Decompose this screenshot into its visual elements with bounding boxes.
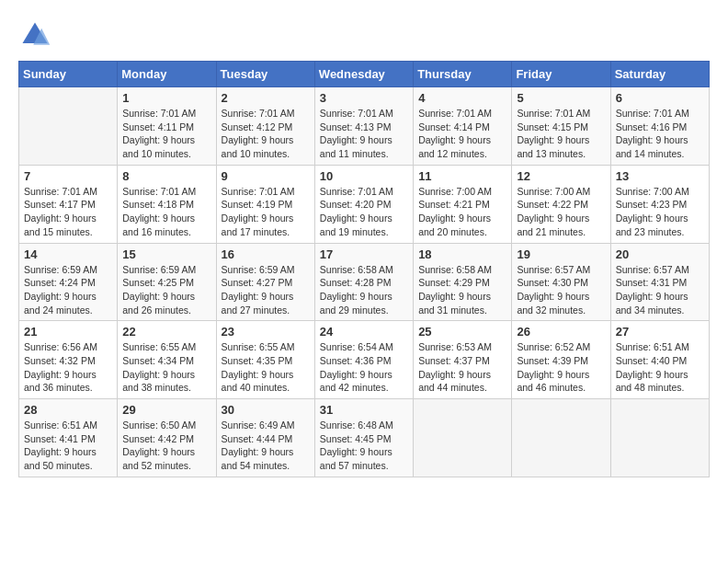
day-header-saturday: Saturday	[610, 62, 709, 87]
calendar-cell: 24Sunrise: 6:54 AMSunset: 4:36 PMDayligh…	[314, 321, 413, 399]
calendar-table: SundayMondayTuesdayWednesdayThursdayFrid…	[18, 61, 710, 477]
calendar-cell: 30Sunrise: 6:49 AMSunset: 4:44 PMDayligh…	[216, 399, 314, 477]
day-info: Sunrise: 7:01 AMSunset: 4:20 PMDaylight:…	[320, 185, 408, 239]
calendar-cell: 31Sunrise: 6:48 AMSunset: 4:45 PMDayligh…	[314, 399, 413, 477]
day-info: Sunrise: 7:01 AMSunset: 4:12 PMDaylight:…	[222, 107, 310, 161]
calendar-cell: 17Sunrise: 6:58 AMSunset: 4:28 PMDayligh…	[314, 243, 413, 321]
calendar-cell: 3Sunrise: 7:01 AMSunset: 4:13 PMDaylight…	[314, 87, 413, 166]
calendar-cell: 21Sunrise: 6:56 AMSunset: 4:32 PMDayligh…	[19, 321, 118, 399]
day-header-friday: Friday	[512, 62, 610, 87]
calendar-cell: 6Sunrise: 7:01 AMSunset: 4:16 PMDaylight…	[610, 87, 709, 166]
calendar-cell: 27Sunrise: 6:51 AMSunset: 4:40 PMDayligh…	[610, 321, 709, 399]
day-info: Sunrise: 6:59 AMSunset: 4:25 PMDaylight:…	[122, 263, 210, 317]
day-number: 8	[122, 169, 210, 183]
day-number: 31	[320, 403, 408, 417]
day-info: Sunrise: 6:51 AMSunset: 4:40 PMDaylight:…	[616, 340, 704, 395]
day-info: Sunrise: 6:52 AMSunset: 4:39 PMDaylight:…	[517, 340, 605, 395]
calendar-cell: 8Sunrise: 7:01 AMSunset: 4:18 PMDaylight…	[118, 165, 216, 243]
calendar-cell: 13Sunrise: 7:00 AMSunset: 4:23 PMDayligh…	[610, 165, 709, 243]
day-info: Sunrise: 6:58 AMSunset: 4:28 PMDaylight:…	[320, 263, 408, 317]
day-number: 13	[616, 169, 704, 183]
day-header-tuesday: Tuesday	[216, 62, 314, 87]
day-info: Sunrise: 7:01 AMSunset: 4:11 PMDaylight:…	[122, 107, 210, 161]
day-info: Sunrise: 6:57 AMSunset: 4:31 PMDaylight:…	[616, 263, 704, 317]
day-info: Sunrise: 6:59 AMSunset: 4:27 PMDaylight:…	[222, 263, 310, 317]
day-info: Sunrise: 7:01 AMSunset: 4:15 PMDaylight:…	[517, 107, 605, 161]
day-number: 22	[122, 325, 210, 339]
day-number: 17	[320, 247, 408, 261]
day-info: Sunrise: 7:01 AMSunset: 4:16 PMDaylight:…	[616, 107, 704, 161]
day-number: 14	[24, 247, 112, 261]
day-info: Sunrise: 7:00 AMSunset: 4:22 PMDaylight:…	[517, 185, 605, 239]
calendar-cell: 26Sunrise: 6:52 AMSunset: 4:39 PMDayligh…	[512, 321, 610, 399]
day-info: Sunrise: 6:53 AMSunset: 4:37 PMDaylight:…	[418, 340, 506, 395]
calendar-cell: 20Sunrise: 6:57 AMSunset: 4:31 PMDayligh…	[610, 243, 709, 321]
day-number: 3	[320, 91, 408, 105]
day-header-monday: Monday	[118, 62, 216, 87]
calendar-cell: 7Sunrise: 7:01 AMSunset: 4:17 PMDaylight…	[19, 165, 118, 243]
day-number: 19	[517, 247, 605, 261]
day-number: 23	[222, 325, 310, 339]
day-info: Sunrise: 7:01 AMSunset: 4:13 PMDaylight:…	[320, 107, 408, 161]
day-number: 12	[517, 169, 605, 183]
calendar-cell: 16Sunrise: 6:59 AMSunset: 4:27 PMDayligh…	[216, 243, 314, 321]
day-info: Sunrise: 7:01 AMSunset: 4:19 PMDaylight:…	[222, 185, 310, 239]
calendar-cell: 28Sunrise: 6:51 AMSunset: 4:41 PMDayligh…	[19, 399, 118, 477]
calendar-cell	[610, 399, 709, 477]
day-number: 21	[24, 325, 112, 339]
day-info: Sunrise: 7:00 AMSunset: 4:21 PMDaylight:…	[418, 185, 506, 239]
day-number: 16	[222, 247, 310, 261]
day-number: 28	[24, 403, 112, 417]
calendar-cell: 12Sunrise: 7:00 AMSunset: 4:22 PMDayligh…	[512, 165, 610, 243]
day-number: 30	[222, 403, 310, 417]
day-header-wednesday: Wednesday	[314, 62, 413, 87]
calendar-cell: 22Sunrise: 6:55 AMSunset: 4:34 PMDayligh…	[118, 321, 216, 399]
calendar-cell: 4Sunrise: 7:01 AMSunset: 4:14 PMDaylight…	[414, 87, 512, 166]
page-header	[18, 18, 710, 52]
calendar-cell: 19Sunrise: 6:57 AMSunset: 4:30 PMDayligh…	[512, 243, 610, 321]
day-info: Sunrise: 6:54 AMSunset: 4:36 PMDaylight:…	[320, 340, 408, 395]
day-info: Sunrise: 6:49 AMSunset: 4:44 PMDaylight:…	[222, 419, 310, 473]
calendar-cell: 9Sunrise: 7:01 AMSunset: 4:19 PMDaylight…	[216, 165, 314, 243]
day-number: 29	[122, 403, 210, 417]
day-number: 24	[320, 325, 408, 339]
calendar-cell: 11Sunrise: 7:00 AMSunset: 4:21 PMDayligh…	[414, 165, 512, 243]
day-number: 25	[418, 325, 506, 339]
calendar-cell: 18Sunrise: 6:58 AMSunset: 4:29 PMDayligh…	[414, 243, 512, 321]
day-number: 20	[616, 247, 704, 261]
day-number: 5	[517, 91, 605, 105]
day-number: 26	[517, 325, 605, 339]
day-number: 11	[418, 169, 506, 183]
calendar-cell: 25Sunrise: 6:53 AMSunset: 4:37 PMDayligh…	[414, 321, 512, 399]
calendar-cell	[19, 87, 118, 166]
day-header-sunday: Sunday	[19, 62, 118, 87]
day-info: Sunrise: 6:58 AMSunset: 4:29 PMDaylight:…	[418, 263, 506, 317]
calendar-cell	[512, 399, 610, 477]
calendar-cell: 23Sunrise: 6:55 AMSunset: 4:35 PMDayligh…	[216, 321, 314, 399]
day-number: 27	[616, 325, 704, 339]
day-number: 2	[222, 91, 310, 105]
day-info: Sunrise: 7:01 AMSunset: 4:17 PMDaylight:…	[24, 185, 112, 239]
day-info: Sunrise: 7:01 AMSunset: 4:14 PMDaylight:…	[418, 107, 506, 161]
logo	[18, 18, 55, 52]
calendar-cell: 5Sunrise: 7:01 AMSunset: 4:15 PMDaylight…	[512, 87, 610, 166]
logo-icon	[18, 18, 51, 52]
day-number: 15	[122, 247, 210, 261]
day-info: Sunrise: 6:51 AMSunset: 4:41 PMDaylight:…	[24, 419, 112, 473]
day-info: Sunrise: 6:56 AMSunset: 4:32 PMDaylight:…	[24, 340, 112, 395]
day-number: 4	[418, 91, 506, 105]
day-info: Sunrise: 7:01 AMSunset: 4:18 PMDaylight:…	[122, 185, 210, 239]
day-info: Sunrise: 6:55 AMSunset: 4:35 PMDaylight:…	[222, 340, 310, 395]
day-info: Sunrise: 6:59 AMSunset: 4:24 PMDaylight:…	[24, 263, 112, 317]
day-info: Sunrise: 6:48 AMSunset: 4:45 PMDaylight:…	[320, 419, 408, 473]
day-info: Sunrise: 6:57 AMSunset: 4:30 PMDaylight:…	[517, 263, 605, 317]
calendar-cell: 15Sunrise: 6:59 AMSunset: 4:25 PMDayligh…	[118, 243, 216, 321]
day-number: 7	[24, 169, 112, 183]
day-number: 18	[418, 247, 506, 261]
day-info: Sunrise: 6:55 AMSunset: 4:34 PMDaylight:…	[122, 340, 210, 395]
calendar-cell: 1Sunrise: 7:01 AMSunset: 4:11 PMDaylight…	[118, 87, 216, 166]
day-number: 10	[320, 169, 408, 183]
calendar-cell: 29Sunrise: 6:50 AMSunset: 4:42 PMDayligh…	[118, 399, 216, 477]
calendar-cell: 14Sunrise: 6:59 AMSunset: 4:24 PMDayligh…	[19, 243, 118, 321]
calendar-cell: 2Sunrise: 7:01 AMSunset: 4:12 PMDaylight…	[216, 87, 314, 166]
